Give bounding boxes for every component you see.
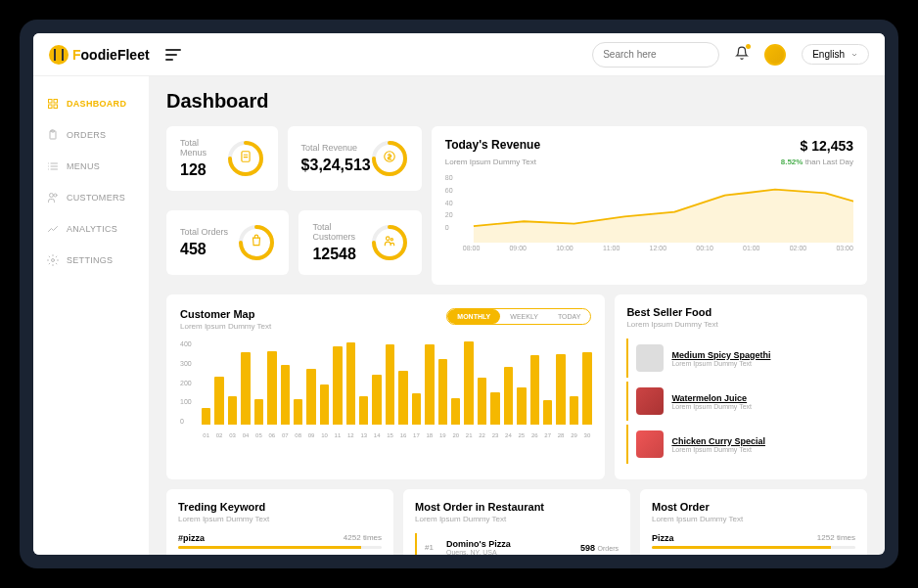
search-input[interactable] <box>592 42 719 68</box>
sidebar-item-customers[interactable]: CUSTOMERS <box>33 182 149 213</box>
tab-today[interactable]: TODAY <box>548 309 590 324</box>
topbar: FoodieFleet English <box>33 33 885 76</box>
search-field[interactable] <box>603 49 727 60</box>
sidebar-item-analytics[interactable]: ANALYTICS <box>33 213 149 245</box>
revenue-amount: $ 12,453 <box>801 138 854 154</box>
svg-point-29 <box>390 239 392 241</box>
sidebar-item-menus[interactable]: MENUS <box>33 151 149 182</box>
bell-icon <box>735 46 749 60</box>
best-seller-item[interactable]: Medium Spicy SpagethiLorem Ipsum Dummy T… <box>626 339 855 378</box>
trending-keyword-card: Treding Keyword Lorem Ipsum Dummy Text #… <box>166 489 393 555</box>
stat-card: Total Menus128 <box>166 126 278 191</box>
svg-point-28 <box>386 237 390 241</box>
chevron-down-icon <box>850 51 858 59</box>
sidebar: DASHBOARDORDERSMENUSCUSTOMERSANALYTICSSE… <box>33 76 149 555</box>
food-thumb <box>636 430 664 458</box>
notification-button[interactable] <box>735 46 749 64</box>
bag-icon <box>250 234 263 251</box>
language-select[interactable]: English <box>802 44 869 65</box>
people-icon <box>383 234 396 251</box>
period-tabs: MONTHLYWEEKLYTODAY <box>446 308 591 325</box>
dollar-icon <box>383 150 396 167</box>
svg-point-13 <box>50 194 54 198</box>
best-seller-card: Best Seller Food Lorem Ipsum Dummy Text … <box>615 294 867 479</box>
most-restaurant-card: Most Order in Restaurant Lorem Ipsum Dum… <box>403 489 630 555</box>
svg-rect-3 <box>54 105 58 109</box>
svg-point-14 <box>54 194 57 197</box>
food-thumb <box>636 387 664 415</box>
logo-icon <box>49 45 69 65</box>
sidebar-item-settings[interactable]: SETTINGS <box>33 245 149 276</box>
best-seller-item[interactable]: Watermelon JuiceLorem Ipsum Dummy Text <box>626 382 855 421</box>
svg-point-15 <box>52 259 55 262</box>
avatar[interactable] <box>764 44 786 66</box>
best-seller-item[interactable]: Chicken Curry SpecialLorem Ipsum Dummy T… <box>626 425 855 464</box>
tab-monthly[interactable]: MONTHLY <box>447 309 500 324</box>
svg-rect-2 <box>54 100 58 104</box>
most-order-card: Most Order Lorem Ipsum Dummy Text Pizza1… <box>640 489 867 555</box>
svg-rect-1 <box>49 100 53 104</box>
tab-weekly[interactable]: WEEKLY <box>500 309 548 324</box>
restaurant-row: #1Domino's PizzaQuens, NY, USA598 Orders <box>415 533 619 555</box>
svg-rect-4 <box>49 105 53 109</box>
stat-card: Total Orders458 <box>166 210 289 275</box>
hamburger-icon[interactable] <box>165 49 181 61</box>
customer-map-card: Customer Map Lorem Ipsum Dummy Text MONT… <box>166 294 605 479</box>
food-thumb <box>636 344 664 372</box>
page-title: Dashboard <box>166 90 867 113</box>
revenue-title: Today's Revenue <box>445 138 540 154</box>
sidebar-item-orders[interactable]: ORDERS <box>33 119 149 151</box>
keyword-row: Pizza1252 times <box>652 533 855 549</box>
revenue-card: Today's Revenue $ 12,453 Lorem Ipsum Dum… <box>432 126 867 285</box>
doc-icon <box>239 150 252 167</box>
stat-card: Total Revenue$3,24,513 <box>288 126 422 191</box>
logo[interactable]: FoodieFleet <box>49 45 150 65</box>
stat-card: Total Customers12548 <box>298 210 421 275</box>
sidebar-item-dashboard[interactable]: DASHBOARD <box>33 88 149 119</box>
keyword-row: #pizza4252 times <box>178 533 382 549</box>
